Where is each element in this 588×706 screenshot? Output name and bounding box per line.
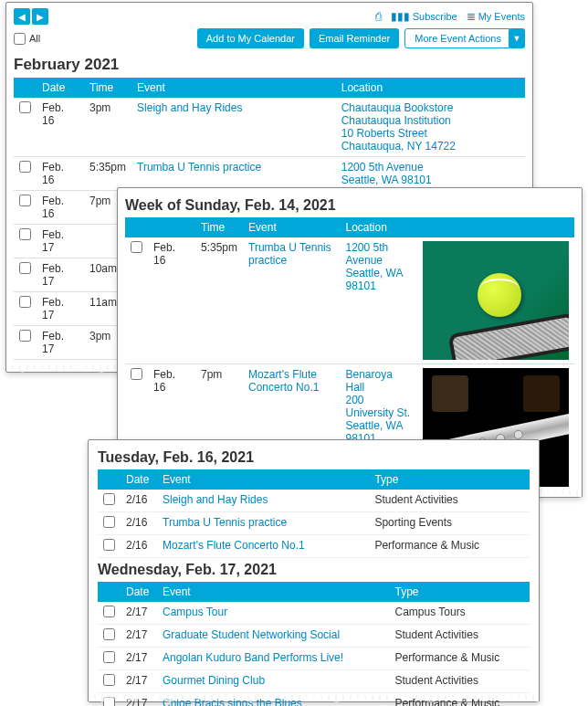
subscribe-link[interactable]: ▮▮▮Subscribe bbox=[391, 10, 457, 23]
next-button[interactable]: ▶ bbox=[32, 8, 48, 25]
location-line[interactable]: 200 University St. bbox=[346, 394, 412, 419]
print-link[interactable]: ⎙ bbox=[375, 10, 382, 23]
table-row: Feb. 165:35pmTrumba U Tennis practice120… bbox=[125, 237, 574, 364]
week-heading: Week of Sunday, Feb. 14, 2021 bbox=[125, 197, 574, 214]
row-date: 2/16 bbox=[121, 535, 157, 558]
location-line[interactable]: Seattle, WA 98101 bbox=[341, 174, 520, 186]
col-event: Event bbox=[157, 469, 369, 490]
day-heading: Wednesday, Feb. 17, 2021 bbox=[98, 562, 530, 578]
row-checkbox[interactable] bbox=[103, 539, 115, 551]
row-type: Sporting Events bbox=[369, 512, 530, 535]
row-date: Feb. 17 bbox=[37, 292, 84, 326]
row-checkbox[interactable] bbox=[103, 516, 115, 528]
row-date: Feb. 17 bbox=[37, 258, 84, 292]
row-checkbox[interactable] bbox=[103, 493, 115, 505]
list-icon: ≣ bbox=[467, 10, 476, 23]
event-link[interactable]: Campus Tour bbox=[163, 606, 227, 618]
table-row: 2/16Mozart's Flute Concerto No.1Performa… bbox=[98, 535, 530, 558]
event-link[interactable]: Sleigh and Hay Rides bbox=[163, 493, 268, 506]
col-date: Date bbox=[121, 582, 157, 602]
table-row: Feb. 165:35pmTrumba U Tennis practice120… bbox=[14, 157, 525, 191]
select-all-label: All bbox=[29, 33, 40, 44]
select-all[interactable]: All bbox=[14, 33, 40, 45]
row-type: Student Activities bbox=[390, 625, 530, 648]
col-time: Time bbox=[84, 78, 131, 98]
col-location: Location bbox=[336, 78, 525, 98]
row-type: Campus Tours bbox=[390, 602, 530, 625]
event-link[interactable]: Sleigh and Hay Rides bbox=[137, 101, 242, 114]
location-line[interactable]: Chautauqua Institution bbox=[341, 114, 520, 127]
row-date: Feb. 16 bbox=[148, 237, 195, 364]
row-date: 2/16 bbox=[121, 512, 157, 535]
location-line[interactable]: 10 Roberts Street bbox=[341, 127, 520, 140]
row-time: 5:35pm bbox=[84, 157, 131, 191]
row-checkbox[interactable] bbox=[103, 628, 115, 640]
table-row: Feb. 163pmSleigh and Hay RidesChautauqua… bbox=[14, 98, 525, 157]
row-checkbox[interactable] bbox=[103, 606, 115, 617]
month-heading: February 2021 bbox=[14, 56, 525, 74]
table-row: 2/17Angolan Kuduro Band Performs Live!Pe… bbox=[98, 648, 530, 670]
event-link[interactable]: Trumba U Tennis practice bbox=[163, 516, 287, 529]
col-event: Event bbox=[157, 582, 390, 602]
row-checkbox[interactable] bbox=[19, 296, 31, 308]
select-all-checkbox[interactable] bbox=[14, 33, 26, 45]
row-date: Feb. 16 bbox=[37, 191, 84, 225]
col-event: Event bbox=[131, 78, 336, 98]
event-link[interactable]: Angolan Kuduro Band Performs Live! bbox=[163, 651, 343, 664]
more-actions-button[interactable]: More Event Actions bbox=[404, 28, 511, 48]
event-thumbnail[interactable] bbox=[423, 241, 569, 360]
event-link[interactable]: Mozart's Flute Concerto No.1 bbox=[163, 539, 305, 552]
row-date: 2/17 bbox=[121, 625, 157, 648]
location-line[interactable]: Seattle, WA 98101 bbox=[346, 267, 412, 292]
row-checkbox[interactable] bbox=[19, 262, 31, 274]
row-checkbox[interactable] bbox=[131, 368, 142, 380]
prev-button[interactable]: ◀ bbox=[14, 8, 30, 25]
day-events-table: DateEventType2/17Campus TourCampus Tours… bbox=[98, 582, 530, 706]
row-checkbox[interactable] bbox=[19, 101, 31, 113]
more-actions-caret[interactable]: ▼ bbox=[509, 28, 525, 48]
subscribe-label: Subscribe bbox=[413, 11, 457, 22]
event-link[interactable]: Graduate Student Networking Social bbox=[163, 628, 340, 641]
my-events-link[interactable]: ≣My Events bbox=[467, 10, 525, 23]
row-date: Feb. 17 bbox=[37, 326, 84, 360]
table-row: 2/17Gourmet Dining ClubStudent Activitie… bbox=[98, 670, 530, 693]
row-time: 3pm bbox=[84, 98, 131, 157]
row-type: Student Activities bbox=[369, 490, 530, 512]
event-link[interactable]: Trumba U Tennis practice bbox=[137, 161, 261, 174]
row-type: Student Activities bbox=[390, 670, 530, 693]
row-checkbox[interactable] bbox=[19, 228, 31, 240]
row-date: Feb. 16 bbox=[37, 98, 84, 157]
col-time: Time bbox=[195, 217, 243, 237]
add-to-calendar-button[interactable]: Add to My Calendar bbox=[197, 28, 304, 48]
location-line[interactable]: 1200 5th Avenue bbox=[341, 161, 520, 174]
location-line[interactable]: Benaroya Hall bbox=[346, 368, 412, 394]
table-row: 2/16Trumba U Tennis practiceSporting Eve… bbox=[98, 512, 530, 535]
row-checkbox[interactable] bbox=[19, 330, 31, 342]
location-line[interactable]: 1200 5th Avenue bbox=[346, 241, 412, 267]
day-events-table: DateEventType2/16Sleigh and Hay RidesStu… bbox=[98, 469, 530, 558]
event-link[interactable]: Mozart's Flute Concerto No.1 bbox=[248, 368, 319, 394]
bars-icon: ▮▮▮ bbox=[391, 10, 410, 23]
event-link[interactable]: Gourmet Dining Club bbox=[163, 674, 265, 687]
row-checkbox[interactable] bbox=[103, 674, 115, 686]
print-icon: ⎙ bbox=[375, 10, 382, 23]
row-time: 5:35pm bbox=[195, 237, 243, 364]
col-event: Event bbox=[243, 217, 340, 237]
col-type: Type bbox=[369, 469, 530, 490]
row-checkbox[interactable] bbox=[103, 651, 115, 663]
location-line[interactable]: Chautauqua, NY 14722 bbox=[341, 140, 520, 153]
row-type: Performance & Music bbox=[390, 648, 530, 670]
event-link[interactable]: Trumba U Tennis practice bbox=[248, 241, 331, 267]
day-table-panel: Tuesday, Feb. 16, 2021DateEventType2/16S… bbox=[88, 439, 540, 702]
row-checkbox[interactable] bbox=[131, 241, 142, 253]
row-checkbox[interactable] bbox=[19, 195, 31, 206]
location-line[interactable]: Chautauqua Bookstore bbox=[341, 101, 520, 114]
toolbar: ◀ ▶ ⎙ ▮▮▮Subscribe ≣My Events bbox=[14, 8, 525, 25]
row-type: Performance & Music bbox=[369, 535, 530, 558]
col-type: Type bbox=[390, 582, 530, 602]
row-date: 2/17 bbox=[121, 670, 157, 693]
row-date: 2/16 bbox=[121, 490, 157, 512]
email-reminder-button[interactable]: Email Reminder bbox=[310, 28, 399, 48]
day-heading: Tuesday, Feb. 16, 2021 bbox=[98, 449, 530, 466]
row-checkbox[interactable] bbox=[19, 161, 31, 173]
